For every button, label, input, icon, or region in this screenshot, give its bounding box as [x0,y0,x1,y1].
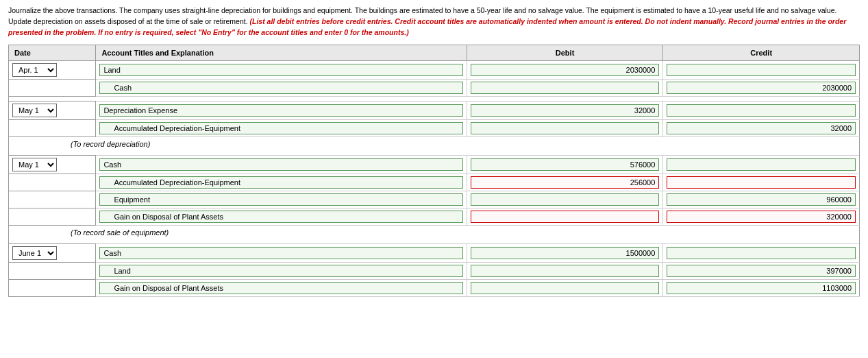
debit-input[interactable] [471,282,660,294]
spacer-row [9,97,860,102]
debit-input[interactable] [471,64,660,76]
debit-input[interactable] [471,104,660,117]
account-input[interactable] [99,193,462,206]
credit-input[interactable] [667,158,856,171]
col-header-account: Account Titles and Explanation [96,45,467,61]
debit-input[interactable] [471,82,660,94]
debit-input[interactable] [471,176,660,189]
col-header-credit: Credit [663,45,860,61]
date-select[interactable]: Apr. 1May 1June 1July 1 [12,158,57,171]
credit-input[interactable] [667,247,856,259]
table-row [9,263,860,280]
note-row: (To record depreciation) [9,137,860,152]
credit-input[interactable] [667,193,856,206]
table-row [9,280,860,297]
account-input[interactable] [99,82,462,94]
account-input[interactable] [99,282,462,294]
date-select[interactable]: Apr. 1May 1June 1July 1 [12,104,57,117]
account-input[interactable] [99,64,462,76]
account-input[interactable] [99,265,462,277]
date-select[interactable]: Apr. 1May 1June 1July 1 [12,246,57,260]
debit-input[interactable] [471,122,660,134]
journal-table: Date Account Titles and Explanation Debi… [8,45,860,297]
debit-input[interactable] [471,193,660,206]
debit-input[interactable] [471,265,660,277]
credit-input[interactable] [667,176,856,189]
table-row: Apr. 1May 1June 1July 1 [9,61,860,80]
credit-input[interactable] [667,122,856,134]
credit-input[interactable] [667,211,856,223]
account-input[interactable] [99,211,462,223]
account-input[interactable] [99,122,462,134]
account-input[interactable] [99,247,462,259]
instructions-text: Journalize the above transactions. The c… [8,5,858,38]
account-input[interactable] [99,104,462,117]
debit-input[interactable] [471,158,660,171]
account-input[interactable] [99,158,462,171]
note-row: (To record sale of equipment) [9,226,860,240]
table-row [9,120,860,137]
credit-input[interactable] [667,64,856,76]
table-row [9,174,860,191]
credit-input[interactable] [667,265,856,277]
col-header-debit: Debit [467,45,663,61]
account-input[interactable] [99,176,462,189]
date-select[interactable]: Apr. 1May 1June 1July 1 [12,63,57,77]
table-row [9,191,860,208]
table-row [9,208,860,226]
table-row [9,80,860,97]
credit-input[interactable] [667,104,856,117]
table-row: Apr. 1May 1June 1July 1 [9,102,860,120]
credit-input[interactable] [667,82,856,94]
col-header-date: Date [9,45,96,61]
debit-input[interactable] [471,247,660,259]
table-row: Apr. 1May 1June 1July 1 [9,156,860,174]
debit-input[interactable] [471,211,660,223]
table-row: Apr. 1May 1June 1July 1 [9,244,860,263]
credit-input[interactable] [667,282,856,294]
